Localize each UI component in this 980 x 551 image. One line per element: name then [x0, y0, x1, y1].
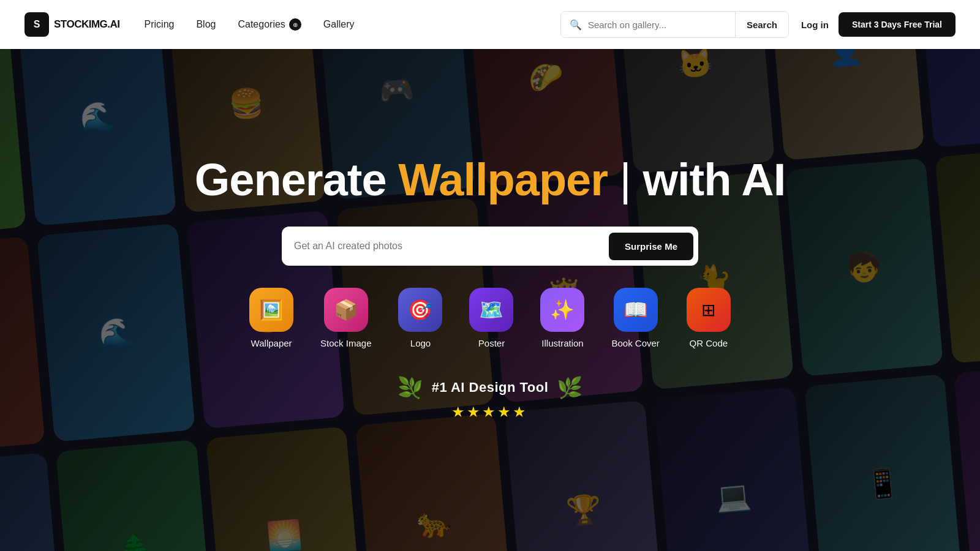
category-stock-image[interactable]: 📦 Stock Image	[320, 288, 371, 348]
nav-pricing[interactable]: Pricing	[145, 19, 175, 30]
nav-links: Pricing Blog Categories ⊕ Gallery	[145, 18, 560, 31]
hero-content: Generate Wallpaper | with AI Surprise Me…	[195, 155, 785, 421]
illustration-label: Illustration	[541, 338, 583, 348]
award-stars: ★★★★★	[451, 403, 528, 421]
navbar: S STOCKIMG.AI Pricing Blog Categories ⊕ …	[0, 0, 980, 49]
qr-code-label: QR Code	[690, 338, 728, 348]
category-qr-code[interactable]: ⊞ QR Code	[687, 288, 731, 348]
poster-icon: 🗺️	[469, 288, 513, 332]
hero-title-part2: with AI	[631, 154, 785, 205]
categories-label: Categories	[238, 19, 285, 30]
award-text: #1 AI Design Tool	[432, 380, 549, 395]
category-illustration[interactable]: ✨ Illustration	[540, 288, 584, 348]
wallpaper-label: Wallpaper	[251, 338, 292, 348]
stock-image-label: Stock Image	[320, 338, 371, 348]
trial-button[interactable]: Start 3 Days Free Trial	[839, 12, 956, 37]
nav-blog[interactable]: Blog	[196, 19, 216, 30]
qr-code-icon: ⊞	[687, 288, 731, 332]
award-row: 🌿 #1 AI Design Tool 🌿	[398, 375, 583, 400]
search-icon: 🔍	[561, 19, 588, 31]
hero-title-highlight: Wallpaper	[398, 154, 608, 205]
nav-right: Log in Start 3 Days Free Trial	[801, 12, 956, 37]
book-cover-icon: 📖	[614, 288, 658, 332]
logo-icon: S	[24, 12, 49, 37]
prompt-bar: Surprise Me	[282, 227, 698, 266]
book-cover-label: Book Cover	[611, 338, 659, 348]
logo-text: STOCKIMG.AI	[54, 18, 120, 31]
logo-label: Logo	[410, 338, 431, 348]
hero-section: 🌿 🌊 🍔 🎮 🌮 🐱 👤 🌀 🤠 🌊 🎨 👩‍🍳 👸 🐈 🧒 😊 🚗 🌲 🌅 …	[0, 49, 980, 551]
category-book-cover[interactable]: 📖 Book Cover	[611, 288, 659, 348]
laurel-left-icon: 🌿	[398, 375, 423, 400]
categories-icon: ⊕	[289, 18, 301, 31]
nav-categories[interactable]: Categories ⊕	[238, 18, 301, 31]
search-input[interactable]	[588, 20, 735, 30]
logo-category-icon: 🎯	[398, 288, 442, 332]
poster-label: Poster	[478, 338, 505, 348]
prompt-input[interactable]	[294, 241, 604, 252]
categories-row: 🖼️ Wallpaper 📦 Stock Image 🎯 Logo 🗺️ Pos…	[249, 288, 731, 348]
hero-title: Generate Wallpaper | with AI	[195, 155, 785, 204]
award-badge: 🌿 #1 AI Design Tool 🌿 ★★★★★	[398, 375, 583, 421]
search-button[interactable]: Search	[735, 11, 788, 38]
hero-title-cursor: |	[608, 154, 631, 205]
illustration-icon: ✨	[540, 288, 584, 332]
nav-gallery[interactable]: Gallery	[323, 19, 355, 30]
category-wallpaper[interactable]: 🖼️ Wallpaper	[249, 288, 293, 348]
logo[interactable]: S STOCKIMG.AI	[24, 12, 120, 37]
stock-image-icon: 📦	[324, 288, 368, 332]
wallpaper-icon: 🖼️	[249, 288, 293, 332]
laurel-right-icon: 🌿	[557, 375, 582, 400]
hero-title-part1: Generate	[195, 154, 398, 205]
login-button[interactable]: Log in	[801, 20, 829, 30]
category-poster[interactable]: 🗺️ Poster	[469, 288, 513, 348]
category-logo[interactable]: 🎯 Logo	[398, 288, 442, 348]
search-bar: 🔍 Search	[560, 11, 789, 38]
surprise-button[interactable]: Surprise Me	[609, 233, 693, 260]
